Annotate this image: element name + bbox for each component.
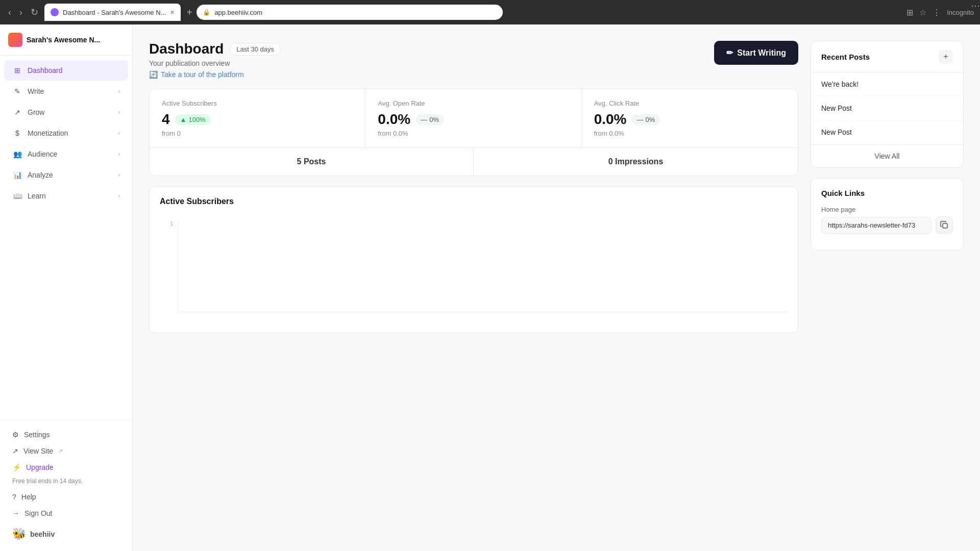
stats-row: Active Subscribers 4 ▲ 100% from 0	[150, 89, 798, 148]
extensions-icon[interactable]: ⊞	[906, 8, 913, 17]
beehiiv-brand: 🐝 beehiiv	[8, 521, 124, 545]
chart-area: 1	[160, 220, 788, 322]
bookmark-icon[interactable]: ☆	[919, 8, 926, 17]
recent-posts-card: Recent Posts + We're back! New Post New …	[811, 41, 964, 168]
tab-favicon	[51, 8, 59, 16]
start-writing-button[interactable]: ✏ Start Writing	[714, 41, 798, 65]
tour-link-label: Take a tour of the platform	[161, 70, 244, 79]
view-all-button[interactable]: View All	[811, 144, 963, 167]
sidebar-item-label-learn: Learn	[28, 192, 113, 200]
stat-impressions-count: 0 Impressions	[474, 148, 798, 176]
copy-icon	[940, 221, 948, 229]
stat-value-click-rate: 0.0%	[594, 111, 627, 128]
stat-from-click-rate: from 0.0%	[594, 130, 786, 137]
recent-posts-header: Recent Posts +	[811, 41, 963, 72]
stat-avg-open-rate: Avg. Open Rate 0.0% — 0% from 0.0%	[365, 89, 581, 147]
sidebar-item-audience[interactable]: 👥 Audience ›	[4, 144, 128, 164]
stat-value-row-open-rate: 0.0% — 0%	[378, 111, 569, 128]
sidebar-item-learn[interactable]: 📖 Learn ›	[4, 186, 128, 206]
external-link-indicator: ↗	[58, 448, 63, 455]
url-text: app.beehiiv.com	[214, 9, 262, 16]
post-name-1: We're back!	[821, 80, 859, 88]
learn-icon: 📖	[12, 191, 22, 201]
external-link-icon: ↗	[12, 447, 18, 455]
help-item[interactable]: ? Help	[8, 489, 124, 505]
post-name-3: New Post	[821, 128, 852, 136]
quick-links-title: Quick Links	[821, 189, 953, 197]
quick-link-home-page: Home page https://sarahs-newsletter-fd73	[821, 206, 953, 234]
settings-label: Settings	[24, 431, 50, 439]
sidebar-nav: ⊞ Dashboard ✎ Write › ↗ Grow › $ Monetiz…	[0, 56, 132, 420]
sidebar-item-label-write: Write	[28, 87, 113, 95]
analyze-chevron-icon: ›	[118, 171, 120, 179]
sidebar-header: Sarah's Awesome N...	[0, 24, 132, 56]
back-button[interactable]: ‹	[6, 5, 13, 20]
trial-notice: Free trial ends in 14 days.	[8, 475, 124, 489]
address-bar[interactable]: 🔒 app.beehiiv.com	[197, 5, 503, 20]
audience-icon: 👥	[12, 149, 22, 159]
browser-menu-icon[interactable]: ⋮	[933, 8, 941, 17]
beehiiv-logo-icon: 🐝	[12, 528, 26, 541]
grow-chevron-icon: ›	[118, 109, 120, 116]
beehiiv-brand-label: beehiiv	[30, 530, 55, 538]
sidebar-item-label-dashboard: Dashboard	[28, 66, 120, 74]
browser-toolbar-icons: ⊞ ☆ ⋮ Incognito	[906, 8, 974, 17]
dashboard-header: Dashboard Last 30 days Your publication …	[149, 41, 798, 79]
write-icon: ✎	[12, 86, 22, 96]
sidebar-item-dashboard[interactable]: ⊞ Dashboard	[4, 60, 128, 81]
sidebar-item-label-audience: Audience	[28, 150, 113, 158]
stats-card: Active Subscribers 4 ▲ 100% from 0	[149, 89, 798, 176]
stat-avg-click-rate: Avg. Click Rate 0.0% — 0% from 0.0%	[582, 89, 798, 147]
main-content: Dashboard Last 30 days Your publication …	[133, 24, 980, 551]
quick-link-home-row: https://sarahs-newsletter-fd73	[821, 216, 953, 234]
browser-chrome: ‹ › ↻ Dashboard - Sarah's Awesome N... ×…	[0, 0, 980, 24]
browser-tab[interactable]: Dashboard - Sarah's Awesome N... ×	[44, 4, 181, 21]
lightning-icon: ⚡	[12, 463, 21, 471]
add-post-button[interactable]: +	[939, 49, 953, 64]
stat-value-open-rate: 0.0%	[378, 111, 410, 128]
sidebar-item-analyze[interactable]: 📊 Analyze ›	[4, 165, 128, 185]
dashboard-subtitle: Your publication overview	[149, 59, 281, 67]
stat-value-subscribers: 4	[162, 111, 170, 128]
upgrade-item[interactable]: ⚡ Upgrade	[8, 459, 124, 475]
post-item-2[interactable]: New Post	[811, 96, 963, 120]
quick-links-card: Quick Links Home page https://sarahs-new…	[811, 178, 964, 251]
stats-bottom: 5 Posts 0 Impressions	[150, 148, 798, 176]
write-chevron-icon: ›	[118, 88, 120, 95]
sidebar-item-write[interactable]: ✎ Write ›	[4, 81, 128, 102]
period-badge-button[interactable]: Last 30 days	[230, 43, 281, 56]
start-writing-label: Start Writing	[737, 48, 786, 58]
settings-item[interactable]: ⚙ Settings	[8, 427, 124, 443]
tour-link[interactable]: 🔄 Take a tour of the platform	[149, 70, 281, 79]
chart-y-label-1: 1	[160, 220, 175, 227]
help-label: Help	[21, 493, 36, 501]
dashboard-title-area: Dashboard Last 30 days Your publication …	[149, 41, 281, 79]
sign-out-item[interactable]: → Sign Out	[8, 505, 124, 521]
tab-close-button[interactable]: ×	[170, 8, 174, 16]
forward-button[interactable]: ›	[17, 5, 24, 20]
view-site-item[interactable]: ↗ View Site ↗	[8, 443, 124, 459]
stat-from-open-rate: from 0.0%	[378, 130, 569, 137]
grow-icon: ↗	[12, 107, 22, 117]
sidebar-item-label-grow: Grow	[28, 108, 113, 116]
copy-url-button[interactable]	[936, 216, 953, 234]
sidebar-item-label-monetization: Monetization	[28, 129, 113, 137]
upgrade-label: Upgrade	[26, 463, 54, 471]
main-inner: Dashboard Last 30 days Your publication …	[133, 24, 980, 349]
reload-button[interactable]: ↻	[29, 5, 40, 20]
audience-chevron-icon: ›	[118, 151, 120, 158]
stat-posts-count: 5 Posts	[150, 148, 474, 176]
post-item-3[interactable]: New Post	[811, 120, 963, 144]
sidebar-footer: ⚙ Settings ↗ View Site ↗ ⚡ Upgrade Free …	[0, 420, 132, 551]
stat-badge-subscribers: ▲ 100%	[175, 114, 211, 125]
sign-out-icon: →	[12, 509, 19, 517]
tab-title: Dashboard - Sarah's Awesome N...	[63, 9, 166, 16]
chart-y-labels: 1	[160, 220, 175, 312]
sidebar-item-grow[interactable]: ↗ Grow ›	[4, 102, 128, 122]
post-name-2: New Post	[821, 104, 852, 112]
recent-posts-title: Recent Posts	[821, 53, 870, 61]
sidebar-item-monetization[interactable]: $ Monetization ›	[4, 123, 128, 143]
tour-icon: 🔄	[149, 70, 158, 79]
post-item-1[interactable]: We're back!	[811, 72, 963, 96]
new-tab-button[interactable]: +	[187, 7, 193, 18]
